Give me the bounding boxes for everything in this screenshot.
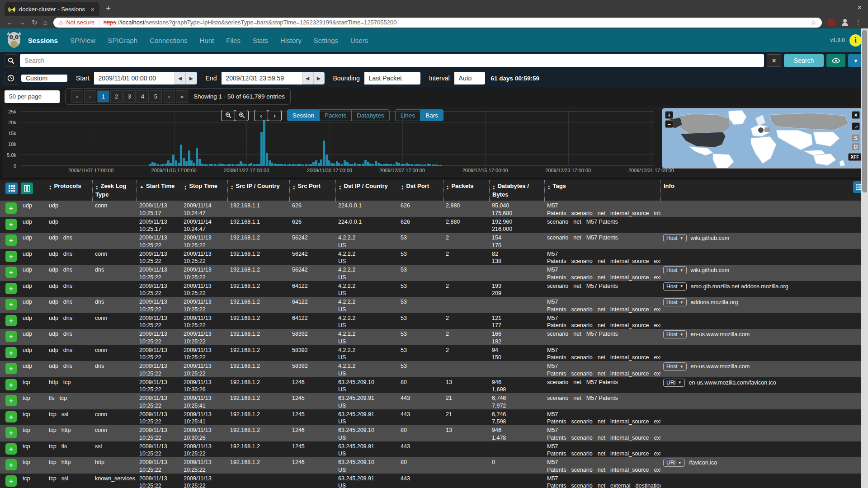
profile-icon[interactable] bbox=[841, 19, 849, 27]
column-header-dst-ip-country[interactable]: ▲▼Dst IP / Country bbox=[335, 180, 398, 202]
map-xff-button[interactable]: XFF bbox=[848, 153, 862, 161]
map-dst-button[interactable]: D bbox=[852, 143, 860, 150]
column-header-stop-time[interactable]: ▲▼Stop Time bbox=[181, 180, 227, 202]
column-header-start-time[interactable]: ▲Start Time bbox=[137, 180, 181, 202]
forward-icon[interactable]: → bbox=[19, 19, 26, 26]
graph-option-bars[interactable]: Bars bbox=[420, 109, 443, 121]
info-host-dropdown[interactable]: Host▼ bbox=[663, 330, 687, 338]
nav-item-stats[interactable]: Stats bbox=[253, 37, 268, 44]
nav-item-settings[interactable]: Settings bbox=[314, 37, 338, 44]
map-zoom-out-button[interactable]: − bbox=[665, 120, 673, 128]
eye-view-button[interactable] bbox=[826, 54, 845, 67]
expand-session-button[interactable]: + bbox=[5, 411, 17, 422]
expand-session-button[interactable]: + bbox=[5, 459, 17, 470]
expand-session-button[interactable]: + bbox=[5, 475, 17, 487]
nav-item-users[interactable]: Users bbox=[350, 37, 368, 44]
expand-session-button[interactable]: + bbox=[5, 235, 17, 246]
per-page-select[interactable]: 50 per page bbox=[5, 90, 60, 103]
expand-session-button[interactable]: + bbox=[5, 427, 17, 438]
end-time-input[interactable] bbox=[222, 72, 302, 84]
column-header-src-ip-country[interactable]: ▲▼Src IP / Country bbox=[227, 180, 289, 202]
map-expand-button[interactable]: ↔ bbox=[852, 122, 860, 130]
info-uri-dropdown[interactable]: URI▼ bbox=[663, 379, 685, 387]
expand-session-button[interactable]: + bbox=[5, 251, 17, 262]
info-host-dropdown[interactable]: Host▼ bbox=[663, 266, 687, 274]
start-step-back-button[interactable]: ◀ bbox=[175, 72, 186, 84]
page-button-3[interactable]: 3 bbox=[123, 90, 136, 103]
extension-icon[interactable] bbox=[828, 19, 835, 26]
info-host-dropdown[interactable]: Host▼ bbox=[663, 362, 687, 371]
expand-session-button[interactable]: + bbox=[5, 299, 17, 310]
page-button-5[interactable]: 5 bbox=[150, 90, 162, 103]
column-header-packets[interactable]: ▲▼Packets bbox=[443, 180, 489, 202]
column-header-dst-port[interactable]: ▲▼Dst Port bbox=[398, 180, 443, 202]
browser-tab[interactable]: docker-cluster - Sessions × bbox=[5, 2, 99, 16]
time-range-select[interactable]: Custom bbox=[21, 75, 67, 82]
new-tab-button[interactable]: + bbox=[106, 4, 111, 14]
nav-item-sessions[interactable]: Sessions bbox=[28, 37, 58, 44]
expand-session-button[interactable]: + bbox=[5, 347, 17, 358]
page-button-»[interactable]: » bbox=[176, 90, 188, 103]
expand-session-button[interactable]: + bbox=[5, 267, 17, 278]
expand-session-button[interactable]: + bbox=[5, 379, 17, 390]
map-close-button[interactable]: × bbox=[852, 111, 860, 119]
nav-item-history[interactable]: History bbox=[280, 37, 302, 44]
graph-pan-right-button[interactable]: › bbox=[268, 110, 282, 121]
search-button[interactable]: Search bbox=[784, 54, 824, 67]
page-button-2[interactable]: 2 bbox=[110, 90, 123, 103]
column-header-src-port[interactable]: ▲▼Src Port bbox=[289, 180, 335, 202]
clear-search-button[interactable]: × bbox=[767, 54, 781, 67]
start-time-input[interactable] bbox=[94, 72, 175, 84]
scrollbar-thumb[interactable] bbox=[862, 30, 867, 192]
column-header-tags[interactable]: ▲▼Tags bbox=[544, 180, 660, 202]
bookmark-star-icon[interactable]: ☆ bbox=[811, 19, 816, 26]
expand-session-button[interactable]: + bbox=[5, 395, 17, 406]
nav-item-spiview[interactable]: SPIView bbox=[70, 37, 95, 44]
reload-icon[interactable]: ↻ bbox=[32, 19, 38, 26]
graph-zoom-out-button[interactable] bbox=[221, 110, 235, 121]
graph-option-packets[interactable]: Packets bbox=[319, 109, 352, 121]
graph-zoom-in-button[interactable] bbox=[235, 110, 249, 121]
toggle-columns-button[interactable] bbox=[21, 183, 33, 194]
expand-session-button[interactable]: + bbox=[5, 283, 17, 294]
nav-item-spigraph[interactable]: SPIGraph bbox=[108, 37, 137, 44]
end-step-forward-button[interactable]: ▶ bbox=[313, 72, 325, 84]
graph-option-databytes[interactable]: Databytes bbox=[351, 109, 390, 121]
expand-session-button[interactable]: + bbox=[5, 363, 17, 374]
page-button-«[interactable]: « bbox=[71, 90, 83, 103]
page-button-›[interactable]: › bbox=[163, 90, 175, 103]
info-host-dropdown[interactable]: Host▼ bbox=[663, 298, 687, 306]
page-button-1[interactable]: 1 bbox=[97, 90, 109, 103]
bounding-select[interactable]: Last Packet bbox=[364, 72, 420, 84]
column-header-databytes-bytes[interactable]: ▲▼Databytes / Bytes bbox=[489, 180, 544, 202]
map-src-button[interactable]: S bbox=[852, 134, 860, 142]
expand-session-button[interactable]: + bbox=[5, 443, 17, 455]
page-button-‹[interactable]: ‹ bbox=[84, 90, 96, 103]
graph-option-session[interactable]: Session bbox=[287, 109, 320, 121]
search-input[interactable] bbox=[20, 54, 764, 67]
nav-item-hunt[interactable]: Hunt bbox=[200, 37, 214, 44]
graph-pan-left-button[interactable]: ‹ bbox=[254, 110, 268, 121]
world-map[interactable]: + − × ↔ S D XFF bbox=[662, 108, 863, 169]
url-field[interactable]: ⚠ Not secure | https://localhost/session… bbox=[53, 18, 822, 28]
column-header-protocols[interactable]: ▲▼Protocols bbox=[46, 180, 92, 202]
expand-session-button[interactable]: + bbox=[5, 202, 17, 214]
browser-menu-icon[interactable]: ⋮ bbox=[855, 19, 862, 26]
info-uri-dropdown[interactable]: URI▼ bbox=[663, 459, 685, 467]
back-icon[interactable]: ← bbox=[6, 19, 13, 26]
nav-item-files[interactable]: Files bbox=[226, 37, 241, 44]
start-step-forward-button[interactable]: ▶ bbox=[186, 72, 197, 84]
map-zoom-in-button[interactable]: + bbox=[665, 111, 673, 119]
toggle-view-grid-button[interactable] bbox=[5, 183, 18, 194]
expand-session-button[interactable]: + bbox=[5, 219, 17, 230]
graph-option-lines[interactable]: Lines bbox=[395, 109, 420, 121]
info-host-dropdown[interactable]: Host▼ bbox=[663, 282, 687, 291]
home-icon[interactable]: ⌂ bbox=[43, 19, 47, 26]
interval-select[interactable]: Auto bbox=[454, 72, 485, 84]
nav-item-connections[interactable]: Connections bbox=[150, 37, 187, 44]
page-scrollbar[interactable] bbox=[861, 28, 868, 488]
tab-close-icon[interactable]: × bbox=[90, 6, 96, 13]
expand-session-button[interactable]: + bbox=[5, 315, 17, 326]
expand-session-button[interactable]: + bbox=[5, 331, 17, 342]
info-host-dropdown[interactable]: Host▼ bbox=[663, 234, 687, 242]
